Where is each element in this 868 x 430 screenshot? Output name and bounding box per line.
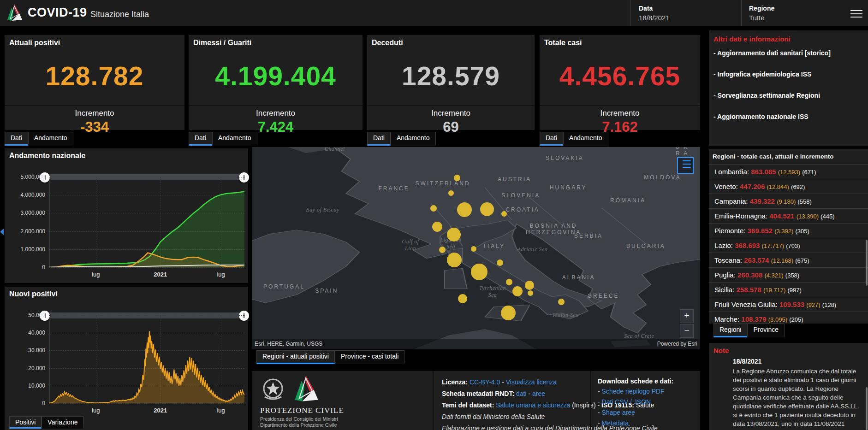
region-bubble[interactable] (506, 279, 512, 285)
tab-andamento[interactable]: Andamento (28, 132, 73, 146)
x-axis-tick: 2021 (154, 271, 167, 278)
altri-link-infografica-epidemiologica-iss[interactable]: - Infografica epidemiologica ISS (713, 70, 856, 78)
y-axis-tick: 4.000.000 (9, 192, 45, 198)
download-link-dati-csv-json[interactable]: - Dati CSV / JSON (598, 398, 673, 406)
tab-variazione[interactable]: Variazione (42, 416, 83, 429)
download-title: Download schede e dati: (598, 377, 673, 385)
license-link[interactable]: dati (516, 390, 527, 397)
stat-card-title: Attuali positivi (9, 39, 60, 47)
region-bubble[interactable] (454, 175, 460, 181)
stat-card-attuali-positivi: Attuali positivi128.782Incremento-334 (5, 35, 184, 130)
download-link-schede-riepilogo-pdf[interactable]: - Schede riepilogo PDF (598, 388, 673, 395)
tab-province[interactable]: Province (747, 324, 784, 337)
sea-label-tyrrhenian-sea: Tyrrhenian Sea (479, 285, 506, 299)
tab-dati[interactable]: Dati (540, 132, 563, 146)
increment-label: Incremento (540, 109, 700, 118)
region-row-veneto[interactable]: Veneto: 447.206 (12.844) (692) (709, 179, 868, 194)
region-bubble[interactable] (458, 294, 467, 303)
region-value: Tutte (749, 14, 774, 22)
region-row-emilia-romagna[interactable]: Emilia-Romagna: 404.521 (13.390) (445) (709, 208, 868, 223)
note-panel: Note 18/8/2021 La Regione Abruzzo comuni… (709, 343, 868, 430)
stat-card-title: Dimessi / Guariti (193, 39, 251, 47)
region-bubble[interactable] (471, 264, 488, 280)
region-bubble[interactable] (501, 306, 516, 320)
scrollbar-thumb[interactable] (866, 387, 868, 430)
region-row-friuli-venezia-giulia[interactable]: Friuli Venezia Giulia: 109.533 (927) (12… (709, 297, 868, 312)
region-row-marche[interactable]: Marche: 108.379 (3.095) (205) (709, 312, 868, 324)
region-bubble[interactable] (430, 205, 437, 212)
scrollbar-thumb[interactable] (866, 240, 868, 286)
altri-link-aggiornamento-dati-sanitari-storico[interactable]: - Aggiornamento dati sanitari [storico] (713, 49, 856, 57)
tab-regioni[interactable]: Regioni (713, 324, 747, 337)
stat-card-value: 4.199.404 (189, 51, 363, 101)
stat-card-deceduti: Deceduti128.579Incremento69 (367, 35, 535, 130)
license-link[interactable]: Salute umana e sicurezza (496, 401, 570, 409)
collapse-panel-chevron-icon[interactable] (0, 229, 4, 235)
region-bubble[interactable] (447, 253, 462, 267)
altri-link-sorveglianza-settimanale-regioni[interactable]: - Sorveglianza settimanale Regioni (713, 91, 856, 100)
region-bubble[interactable] (497, 259, 503, 266)
tab-andamento[interactable]: Andamento (563, 132, 608, 146)
region-row-puglia[interactable]: Puglia: 260.308 (4.321) (358) (709, 267, 868, 282)
y-axis-tick: 20.000 (9, 365, 45, 371)
license-link[interactable]: CC-BY-4.0 (470, 378, 500, 386)
download-link-metadata[interactable]: - Metadata (598, 419, 673, 427)
region-bubble[interactable] (525, 281, 534, 290)
map-attribution-text: Esri, HERE, Garmin, USGS (255, 341, 322, 347)
andamento-nazionale-chart (49, 177, 244, 267)
region-bubble[interactable] (439, 247, 446, 253)
map-zoom-out-button[interactable]: − (680, 324, 694, 338)
region-row-sicilia[interactable]: Sicilia: 258.578 (19.717) (997) (709, 282, 868, 297)
map-zoom-in-button[interactable]: + (680, 309, 694, 323)
altri-dati-panel: Altri dati e informazioni - Aggiornament… (709, 30, 868, 146)
x-axis-tick: lug (92, 271, 100, 278)
header-date-selector[interactable]: Data 18/8/2021 (639, 5, 670, 22)
app-header: COVID-19 Situazione Italia Data 18/8/202… (0, 0, 868, 26)
tab-andamento[interactable]: Andamento (212, 132, 257, 146)
country-label-france: FRANCE (378, 185, 409, 192)
map-legend-button[interactable] (677, 157, 694, 174)
country-label-serbia: SERBIA (574, 233, 603, 239)
x-axis-tick: lug (92, 407, 100, 414)
region-bubble[interactable] (480, 202, 494, 216)
download-link-shape-aree[interactable]: - Shape aree (598, 409, 673, 416)
menu-icon[interactable] (850, 8, 862, 18)
license-link[interactable]: aree (532, 390, 545, 397)
country-label-greece: GREECE (588, 293, 619, 299)
region-bubble[interactable] (457, 202, 472, 217)
country-label-bulgaria: BULGARIA (626, 243, 666, 249)
license-link[interactable]: Visualizza licenza (506, 378, 557, 386)
tab-positivi[interactable]: Positivi (9, 416, 42, 429)
region-bubble[interactable] (558, 299, 565, 305)
region-row-piemonte[interactable]: Piemonte: 369.652 (3.392) (305) (709, 223, 868, 238)
altri-dati-title: Altri dati e informazioni (713, 35, 791, 43)
region-bubble[interactable] (432, 222, 442, 232)
region-bubble[interactable] (471, 246, 476, 252)
tab-dati[interactable]: Dati (5, 132, 28, 146)
tab-dati[interactable]: Dati (367, 132, 391, 146)
sea-label-sea-of-crete: Sea of Crete (624, 333, 654, 340)
country-label-portugal: PORTUGAL (263, 283, 305, 290)
region-bubble[interactable] (528, 290, 533, 296)
altri-link-aggiornamento-nazionale-iss[interactable]: - Aggiornamento nazionale ISS (713, 112, 856, 121)
region-row-lombardia[interactable]: Lombardia: 863.085 (12.593) (671) (709, 164, 868, 179)
tab-regioni-attuali-positivi[interactable]: Regioni - attuali positivi (256, 350, 335, 364)
header-region-selector[interactable]: Regione Tutte (749, 5, 774, 22)
region-bubble[interactable] (512, 286, 523, 296)
y-axis-tick: 30.000 (9, 347, 45, 353)
country-label-u-k-r-a: U K R A (673, 147, 691, 157)
italy-map[interactable]: FRANCESWITZERLANDAUSTRIASLOVAKIAHUNGARYS… (252, 147, 700, 349)
nuovi-positivi-panel: Nuovi positivi PositiviVariazione 50.000… (5, 287, 248, 430)
panel-title: Nuovi positivi (9, 290, 58, 298)
tab-andamento[interactable]: Andamento (391, 132, 436, 146)
region-row-lazio[interactable]: Lazio: 368.693 (17.717) (703) (709, 238, 868, 253)
region-bubble[interactable] (447, 228, 461, 242)
region-bubble[interactable] (501, 211, 507, 217)
app-subtitle: Situazione Italia (90, 10, 149, 19)
region-bubble[interactable] (448, 190, 454, 196)
tab-province-casi-totali[interactable]: Province - casi totali (335, 350, 404, 364)
region-row-toscana[interactable]: Toscana: 263.574 (12.168) (675) (709, 253, 868, 267)
country-label-italy: ITALY (484, 243, 505, 249)
tab-dati[interactable]: Dati (189, 132, 212, 146)
region-row-campania[interactable]: Campania: 439.322 (9.180) (558) (709, 194, 868, 208)
